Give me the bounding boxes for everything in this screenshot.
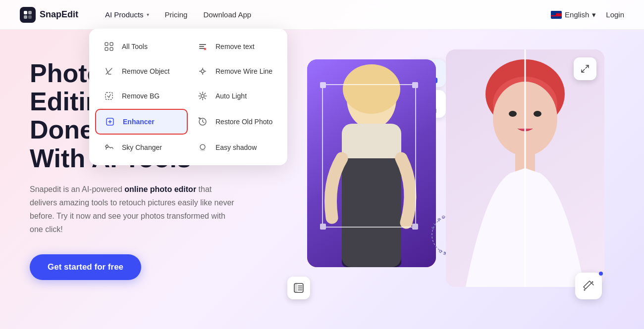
- svg-rect-8: [199, 44, 206, 45]
- cta-label: Get started for free: [48, 262, 123, 272]
- svg-rect-4: [105, 43, 108, 46]
- auto-light-icon: [196, 89, 210, 103]
- svg-rect-5: [110, 43, 113, 46]
- chevron-down-icon: ▾: [147, 12, 149, 17]
- dropdown-item-all-tools[interactable]: All Tools: [95, 35, 188, 58]
- auto-light-label: Auto Light: [215, 92, 247, 100]
- svg-line-25: [205, 98, 206, 99]
- dropdown-item-remove-object[interactable]: Remove Object: [95, 59, 188, 83]
- svg-rect-7: [110, 47, 113, 50]
- login-label: Login: [606, 10, 624, 19]
- navbar: SnapEdit AI Products ▾ Pricing Download …: [0, 0, 644, 30]
- sky-changer-label: Sky Changer: [122, 143, 162, 151]
- dropdown-item-sky-changer[interactable]: Sky Changer: [95, 136, 188, 159]
- dropdown-item-auto-light[interactable]: Auto Light: [189, 84, 281, 108]
- brand-name: SnapEdit: [40, 9, 78, 20]
- nav-right: English ▾ Login: [551, 10, 624, 19]
- remove-text-label: Remove text: [215, 43, 255, 50]
- easy-shadow-icon: [196, 141, 210, 154]
- svg-line-26: [205, 93, 206, 94]
- nav-ai-products[interactable]: AI Products ▾: [98, 6, 156, 23]
- dropdown-item-remove-text[interactable]: Remove text: [189, 35, 281, 58]
- remove-object-icon: [102, 64, 116, 78]
- svg-point-34: [200, 144, 205, 149]
- corner-tl: [320, 82, 326, 88]
- dropdown-item-restore-old-photo[interactable]: Restore Old Photo: [189, 109, 281, 135]
- dropdown-item-remove-wire-line[interactable]: Remove Wire Line: [189, 59, 281, 83]
- svg-rect-44: [294, 283, 297, 292]
- nav-pricing[interactable]: Pricing: [158, 6, 195, 23]
- restore-old-photo-icon: [196, 115, 210, 129]
- remove-object-label: Remove Object: [122, 67, 169, 75]
- login-button[interactable]: Login: [606, 10, 624, 19]
- remove-bg-icon: [102, 89, 116, 103]
- remove-wire-line-label: Remove Wire Line: [215, 67, 272, 75]
- uk-flag-icon: [551, 11, 562, 19]
- language-selector[interactable]: English ▾: [551, 10, 596, 19]
- svg-rect-6: [105, 47, 108, 50]
- svg-point-13: [201, 70, 204, 73]
- logo[interactable]: SnapEdit: [20, 7, 78, 23]
- svg-line-27: [200, 98, 201, 99]
- svg-rect-0: [24, 11, 27, 14]
- svg-rect-1: [28, 11, 32, 14]
- download-app-label: Download App: [203, 10, 251, 19]
- enhancer-icon: [103, 115, 117, 129]
- magic-wand-button[interactable]: [575, 273, 602, 299]
- easy-shadow-label: Easy shadow: [215, 143, 257, 151]
- svg-line-58: [591, 283, 593, 285]
- corner-tr: [412, 82, 418, 88]
- language-label: English: [565, 10, 589, 19]
- sidebar-toggle-button[interactable]: [287, 277, 310, 299]
- svg-line-24: [200, 93, 201, 94]
- chevron-down-icon: ▾: [592, 10, 596, 19]
- dropdown-item-enhancer[interactable]: Enhancer: [95, 109, 188, 135]
- ai-products-dropdown: All Tools Remove text Remove Object: [89, 29, 287, 165]
- dropdown-item-easy-shadow[interactable]: Easy shadow: [189, 136, 281, 159]
- all-tools-icon: [102, 40, 116, 53]
- svg-point-60: [592, 282, 593, 283]
- logo-icon: [20, 7, 36, 23]
- remove-bg-label: Remove BG: [122, 92, 160, 100]
- after-image: [446, 49, 604, 287]
- restore-old-photo-label: Restore Old Photo: [215, 118, 272, 126]
- dropdown-item-remove-bg[interactable]: Remove BG: [95, 84, 188, 108]
- svg-point-59: [584, 289, 586, 291]
- enhancer-label: Enhancer: [123, 118, 155, 126]
- svg-rect-2: [24, 15, 27, 19]
- sky-changer-icon: [102, 141, 116, 154]
- get-started-button[interactable]: Get started for free: [30, 254, 141, 280]
- before-image: [307, 59, 436, 267]
- svg-point-55: [534, 111, 541, 117]
- ai-products-label: AI Products: [105, 10, 144, 19]
- remove-wire-line-icon: [196, 64, 210, 78]
- svg-rect-9: [199, 46, 204, 47]
- all-tools-label: All Tools: [122, 43, 148, 50]
- svg-point-29: [109, 121, 111, 123]
- svg-point-54: [509, 111, 517, 117]
- expand-button[interactable]: [574, 57, 596, 80]
- remove-text-icon: [196, 40, 210, 53]
- corner-br: [412, 224, 418, 230]
- svg-point-19: [201, 94, 204, 97]
- pricing-label: Pricing: [165, 10, 188, 19]
- hero-images: Auto AI Manual: [277, 49, 614, 329]
- selection-box: [322, 84, 416, 228]
- svg-point-35: [200, 149, 205, 151]
- nav-download-app[interactable]: Download App: [196, 6, 258, 23]
- svg-rect-3: [28, 15, 32, 19]
- nav-items: AI Products ▾ Pricing Download App: [98, 6, 551, 23]
- svg-rect-18: [106, 93, 112, 99]
- hero-description: Snapedit is an AI-powered online photo e…: [30, 183, 238, 236]
- corner-bl: [320, 224, 326, 230]
